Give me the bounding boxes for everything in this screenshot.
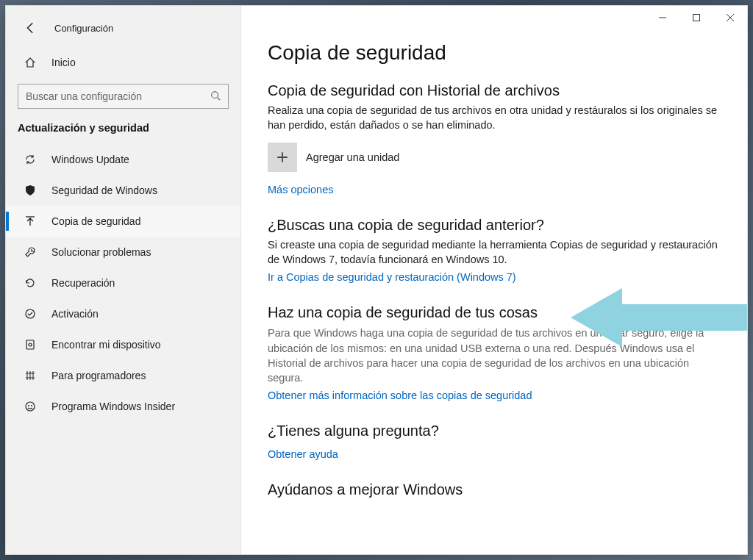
shield-icon bbox=[24, 184, 37, 197]
svg-point-6 bbox=[28, 405, 29, 406]
section-desc: Si creaste una copia de seguridad median… bbox=[268, 238, 727, 267]
titlebar bbox=[6, 6, 747, 29]
goto-win7-backup-link[interactable]: Ir a Copias de seguridad y restauración … bbox=[268, 271, 516, 283]
nav-label: Para programadores bbox=[51, 370, 146, 381]
section-heading: ¿Buscas una copia de seguridad anterior? bbox=[268, 217, 727, 234]
section-desc: Para que Windows haga una copia de segur… bbox=[268, 326, 727, 385]
home-icon bbox=[24, 56, 37, 69]
close-button[interactable] bbox=[713, 6, 747, 29]
home-nav[interactable]: Inicio bbox=[6, 49, 240, 76]
section-heading: Ayúdanos a mejorar Windows bbox=[268, 481, 727, 498]
section-older-backup: ¿Buscas una copia de seguridad anterior?… bbox=[268, 217, 727, 284]
settings-window: Configuración Inicio Actualización y seg… bbox=[5, 5, 748, 555]
add-drive-label: Agregar una unidad bbox=[306, 151, 399, 163]
nav-label: Seguridad de Windows bbox=[51, 184, 157, 196]
nav-list: Windows Update Seguridad de Windows Copi… bbox=[6, 144, 240, 422]
content-pane: Copia de seguridad Copia de seguridad co… bbox=[241, 6, 747, 554]
nav-label: Windows Update bbox=[51, 154, 129, 165]
history-icon bbox=[24, 276, 37, 290]
section-heading: ¿Tienes alguna pregunta? bbox=[268, 423, 727, 439]
section-backup-things: Haz una copia de seguridad de tus cosas … bbox=[268, 304, 727, 402]
minimize-button[interactable] bbox=[646, 6, 679, 29]
nav-recovery[interactable]: Recuperación bbox=[6, 268, 240, 298]
search-wrap bbox=[6, 76, 240, 122]
nav-label: Activación bbox=[51, 308, 99, 320]
sync-icon bbox=[24, 153, 37, 166]
page-title: Copia de seguridad bbox=[268, 41, 727, 65]
insider-icon bbox=[24, 400, 37, 413]
nav-group-title: Actualización y seguridad bbox=[6, 122, 240, 144]
search-input[interactable] bbox=[26, 90, 210, 102]
nav-developers[interactable]: Para programadores bbox=[6, 360, 240, 391]
svg-point-7 bbox=[31, 405, 32, 406]
code-icon bbox=[24, 369, 37, 382]
svg-point-4 bbox=[29, 343, 32, 346]
window-body: Configuración Inicio Actualización y seg… bbox=[6, 6, 747, 554]
more-options-link[interactable]: Más opciones bbox=[268, 184, 333, 195]
search-icon bbox=[210, 90, 222, 102]
section-heading: Copia de seguridad con Historial de arch… bbox=[268, 82, 727, 99]
search-box[interactable] bbox=[18, 84, 229, 109]
section-desc: Realiza una copia de seguridad de tus ar… bbox=[268, 104, 727, 132]
key-icon bbox=[24, 307, 37, 320]
nav-label: Solucionar problemas bbox=[51, 246, 151, 258]
nav-windows-security[interactable]: Seguridad de Windows bbox=[6, 175, 240, 206]
section-feedback: Ayúdanos a mejorar Windows bbox=[268, 481, 727, 498]
section-heading: Haz una copia de seguridad de tus cosas bbox=[268, 304, 727, 321]
wrench-icon bbox=[24, 245, 37, 259]
learn-more-backup-link[interactable]: Obtener más información sobre las copias… bbox=[268, 390, 532, 401]
window-controls bbox=[646, 6, 747, 29]
nav-windows-update[interactable]: Windows Update bbox=[6, 144, 240, 175]
nav-label: Recuperación bbox=[51, 277, 115, 289]
nav-troubleshoot[interactable]: Solucionar problemas bbox=[6, 237, 240, 268]
nav-activation[interactable]: Activación bbox=[6, 298, 240, 329]
nav-backup[interactable]: Copia de seguridad bbox=[6, 206, 240, 237]
backup-icon bbox=[24, 215, 37, 228]
add-drive-row[interactable]: Agregar una unidad bbox=[268, 143, 727, 172]
section-file-history: Copia de seguridad con Historial de arch… bbox=[268, 82, 727, 196]
svg-point-1 bbox=[212, 92, 218, 98]
nav-label: Encontrar mi dispositivo bbox=[51, 339, 161, 351]
svg-rect-0 bbox=[693, 15, 700, 21]
svg-rect-3 bbox=[26, 340, 34, 349]
location-icon bbox=[24, 338, 37, 351]
maximize-button[interactable] bbox=[679, 6, 713, 29]
plus-icon bbox=[268, 143, 297, 172]
home-label: Inicio bbox=[51, 57, 76, 68]
nav-insider[interactable]: Programa Windows Insider bbox=[6, 391, 240, 422]
nav-label: Copia de seguridad bbox=[51, 215, 140, 227]
sidebar: Configuración Inicio Actualización y seg… bbox=[6, 6, 241, 554]
nav-find-device[interactable]: Encontrar mi dispositivo bbox=[6, 329, 240, 360]
section-question: ¿Tienes alguna pregunta? Obtener ayuda bbox=[268, 423, 727, 461]
svg-point-2 bbox=[26, 309, 35, 318]
svg-point-5 bbox=[26, 402, 35, 411]
get-help-link[interactable]: Obtener ayuda bbox=[268, 448, 338, 460]
nav-label: Programa Windows Insider bbox=[51, 401, 175, 412]
